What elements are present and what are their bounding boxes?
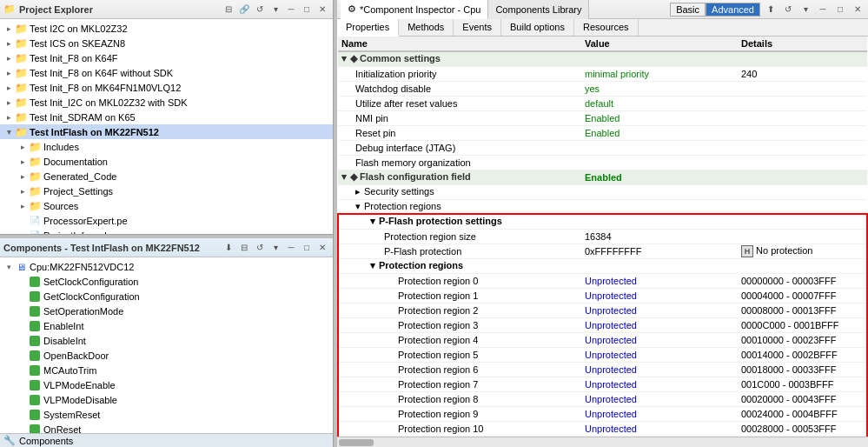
minimize-btn[interactable]: ─ <box>284 3 298 17</box>
table-row[interactable]: Watchdog disableyes <box>338 81 867 96</box>
table-row[interactable]: Protection region size16384 <box>338 229 867 244</box>
comp-tree-item-setclock[interactable]: SetClockConfiguration <box>0 274 333 289</box>
expand-arrow-projsettings[interactable]: ▸ <box>17 186 28 197</box>
comp-menu-btn[interactable]: ▾ <box>268 241 282 255</box>
table-row[interactable]: Protection region 6Unprotected00018000 -… <box>338 362 867 377</box>
project-tree-item-procexp[interactable]: 📄ProcessorExpert.pe <box>0 213 333 228</box>
horizontal-scrollbar[interactable] <box>337 437 868 447</box>
comp-btn1[interactable]: ⬇ <box>222 241 235 255</box>
comp-tree-item-setop[interactable]: SetOperationMode <box>0 304 333 318</box>
inspector-maximize-btn[interactable]: □ <box>833 3 847 17</box>
project-tree-item-initf8mk64[interactable]: ▸📁Test Init_F8 on MK64FN1M0VLQ12 <box>0 80 333 95</box>
maximize-btn[interactable]: □ <box>300 3 314 17</box>
expand-arrow-sources[interactable]: ▸ <box>17 201 28 211</box>
comp-tree-item-mcauto[interactable]: MCAutoTrim <box>0 363 333 377</box>
subsection-protection-regions[interactable]: ▾Protection regions <box>338 258 867 273</box>
table-row[interactable]: Utilize after reset valuesdefault <box>338 96 867 110</box>
expand-arrow-ics[interactable]: ▸ <box>3 38 14 49</box>
comp-btn2[interactable]: ⊟ <box>237 241 251 255</box>
expand-arrow-initf8mk64[interactable]: ▸ <box>3 83 14 93</box>
comp-tree-item-enableint[interactable]: EnableInt <box>0 318 333 333</box>
expand-arrow-includes[interactable]: ▸ <box>17 142 28 152</box>
tab-properties[interactable]: Properties <box>337 19 399 37</box>
library-tab[interactable]: Components Library <box>488 0 589 19</box>
comp-btn3[interactable]: ↺ <box>253 241 267 255</box>
comp-tree-item-cpu[interactable]: ▾🖥Cpu:MK22FN512VDC12 <box>0 259 333 274</box>
project-tree-item-documentation[interactable]: ▸📁Documentation <box>0 154 333 169</box>
inspector-minimize-btn[interactable]: ─ <box>816 3 830 17</box>
project-tree-item-initf8k64[interactable]: ▸📁Test Init_F8 on K64F <box>0 50 333 65</box>
expand-arrow-generated[interactable]: ▸ <box>17 171 28 182</box>
expand-arrow-initsdram[interactable]: ▸ <box>3 112 14 123</box>
section-flash-config[interactable]: ▾◆ Flash configuration fieldEnabled <box>338 170 867 184</box>
expand-arrow-initf8k64[interactable]: ▸ <box>3 53 14 63</box>
tab-methods[interactable]: Methods <box>399 19 454 36</box>
comp-tree-item-sysreset[interactable]: SystemReset <box>0 407 333 422</box>
project-tree-item-initi2c[interactable]: ▸📁Test Init_I2C on MKL02Z32 with SDK <box>0 95 333 110</box>
close-btn[interactable]: ✕ <box>315 3 329 17</box>
table-row[interactable]: P-Flash protection0xFFFFFFFFH No protect… <box>338 244 867 258</box>
basic-mode-btn[interactable]: Basic <box>670 3 706 17</box>
comp-tree-item-openback[interactable]: OpenBackDoor <box>0 348 333 363</box>
expand-arrow-cpu[interactable]: ▾ <box>3 262 14 272</box>
project-tree-item-ics[interactable]: ▸📁Test ICS on SKEAZN8 <box>0 36 333 50</box>
comp-tree-item-onreset[interactable]: OnReset <box>0 422 333 433</box>
tab-build-options[interactable]: Build options <box>501 19 574 36</box>
project-tree-item-initsdram[interactable]: ▸📁Test Init_SDRAM on K65 <box>0 110 333 124</box>
expand-arrow-i2c[interactable]: ▸ <box>3 23 14 34</box>
project-tree-item-includes[interactable]: ▸📁Includes <box>0 139 333 154</box>
subsection-pflash[interactable]: ▾P-Flash protection settings <box>338 214 867 229</box>
table-row[interactable]: Reset pinEnabled <box>338 125 867 140</box>
subsection-security[interactable]: ▸Security settings <box>338 184 867 199</box>
inspector-btn3[interactable]: ▾ <box>798 3 812 17</box>
table-row[interactable]: Protection region 4Unprotected00010000 -… <box>338 332 867 347</box>
comp-tree-item-vlpenable[interactable]: VLPModeEnable <box>0 377 333 392</box>
comp-tree-item-vlpdisable[interactable]: VLPModeDisable <box>0 392 333 407</box>
table-row[interactable]: Protection region 3Unprotected0000C000 -… <box>338 317 867 332</box>
project-tree-item-i2c[interactable]: ▸📁Test I2C on MKL02Z32 <box>0 21 333 36</box>
table-row[interactable]: Protection region 5Unprotected00014000 -… <box>338 347 867 362</box>
expand-arrow-intflash[interactable]: ▾ <box>3 127 14 137</box>
table-row[interactable]: Protection region 0Unprotected00000000 -… <box>338 273 867 288</box>
table-row[interactable]: Protection region 2Unprotected00008000 -… <box>338 303 867 317</box>
link-btn[interactable]: 🔗 <box>237 3 251 17</box>
subsection-protection-regions-top[interactable]: ▾Protection regions <box>338 199 867 214</box>
table-row[interactable]: Protection region 9Unprotected00024000 -… <box>338 406 867 421</box>
table-row[interactable]: Debug interface (JTAG) <box>338 140 867 155</box>
menu-btn[interactable]: ▾ <box>268 3 282 17</box>
comp-minimize-btn[interactable]: ─ <box>284 241 298 255</box>
h-icon[interactable]: H <box>741 245 753 257</box>
table-row[interactable]: NMI pinEnabled <box>338 110 867 125</box>
table-row[interactable]: Protection region 8Unprotected00020000 -… <box>338 391 867 406</box>
table-row[interactable]: Initialization priorityminimal priority2… <box>338 66 867 81</box>
inspector-btn1[interactable]: ⬆ <box>764 3 778 17</box>
project-tree-item-initf8nosdk[interactable]: ▸📁Test Init_F8 on K64F without SDK <box>0 65 333 80</box>
project-tree-item-generated[interactable]: ▸📁Generated_Code <box>0 169 333 183</box>
tab-events[interactable]: Events <box>454 19 501 36</box>
table-row[interactable]: Protection region 7Unprotected001C000 - … <box>338 377 867 391</box>
scroll-thumb[interactable] <box>339 439 374 446</box>
table-row[interactable]: Protection region 1Unprotected00004000 -… <box>338 288 867 303</box>
project-tree-item-projsettings[interactable]: ▸📁Project_Settings <box>0 183 333 198</box>
table-row[interactable]: Flash memory organization <box>338 155 867 170</box>
tab-resources[interactable]: Resources <box>574 19 639 36</box>
table-row[interactable]: Protection region 10Unprotected00028000 … <box>338 421 867 436</box>
project-tree-item-intflash[interactable]: ▾📁Test IntFlash on MK22FN512 <box>0 124 333 139</box>
collapse-all-btn[interactable]: ⊟ <box>222 3 235 17</box>
comp-tree-item-getclock[interactable]: GetClockConfiguration <box>0 289 333 304</box>
expand-arrow-initf8nosdk[interactable]: ▸ <box>3 68 14 78</box>
expand-arrow-documentation[interactable]: ▸ <box>17 157 28 167</box>
advanced-mode-btn[interactable]: Advanced <box>706 3 760 17</box>
inspector-btn2[interactable]: ↺ <box>781 3 795 17</box>
comp-close-btn[interactable]: ✕ <box>315 241 329 255</box>
project-tree-item-projinfo[interactable]: 📄ProjectInfo.xml <box>0 228 333 234</box>
inspector-close-btn[interactable]: ✕ <box>851 3 865 17</box>
project-tree-item-sources[interactable]: ▸📁Sources <box>0 198 333 213</box>
expand-arrow-initi2c[interactable]: ▸ <box>3 97 14 108</box>
section-common[interactable]: ▾◆ Common settings <box>338 51 867 66</box>
inspector-tab[interactable]: ⚙ *Component Inspector - Cpu <box>341 0 488 19</box>
sync-btn[interactable]: ↺ <box>253 3 267 17</box>
comp-tree-item-disableint[interactable]: DisableInt <box>0 333 333 348</box>
prop-value: Unprotected <box>581 288 738 303</box>
comp-maximize-btn[interactable]: □ <box>300 241 314 255</box>
